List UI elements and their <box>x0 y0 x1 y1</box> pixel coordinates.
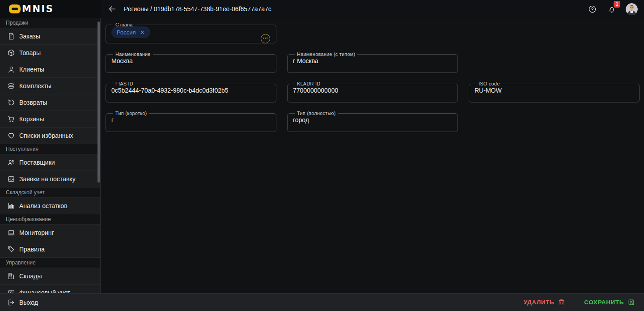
kladr-id-field[interactable]: KLADR ID 7700000000000 <box>287 81 458 102</box>
form-row-ids: FIAS ID 0c5b2444-70a0-4932-980c-b4dc0d3f… <box>106 81 640 102</box>
sidebar-section-warehouse-accounting: Складской учет <box>0 187 100 198</box>
sidebar-item-returns[interactable]: Возвраты <box>0 94 100 111</box>
fias-id-label: FIAS ID <box>113 81 136 86</box>
type-short-label: Тип (коротко) <box>113 111 149 116</box>
avatar-image <box>626 3 638 15</box>
header: MNIS Регионы / 019db178-5547-738b-91ee-0… <box>0 0 644 18</box>
bar-chart-icon <box>7 202 15 210</box>
monitor-icon <box>7 229 15 237</box>
logout-button[interactable]: Выход <box>0 298 101 307</box>
sidebar-item-orders[interactable]: Заказы <box>0 28 100 45</box>
heart-icon <box>7 132 15 140</box>
sidebar-item-bundles[interactable]: Комплекты <box>0 78 100 94</box>
people-icon <box>7 158 15 166</box>
omnis-logo[interactable]: MNIS <box>9 4 54 14</box>
chip-remove-icon[interactable]: ✕ <box>140 30 145 35</box>
form-row-types: Тип (коротко) г Тип (полностью) город <box>106 111 640 132</box>
person-icon <box>7 65 15 73</box>
delete-button[interactable]: УДАЛИТЬ <box>524 298 566 306</box>
fias-id-field[interactable]: FIAS ID 0c5b2444-70a0-4932-980c-b4dc0d3f… <box>106 81 276 102</box>
warehouse-icon <box>7 272 15 280</box>
logo-o-icon <box>9 4 21 13</box>
logo-text: MNIS <box>22 4 54 14</box>
sidebar-item-supply-requests[interactable]: Заявки на поставку <box>0 171 100 187</box>
money-icon <box>7 289 15 293</box>
iso-code-label: ISO code <box>476 81 502 86</box>
delete-label: УДАЛИТЬ <box>524 299 555 306</box>
cart-icon <box>7 115 15 123</box>
notification-badge: 1 <box>614 1 620 8</box>
sidebar-item-carts[interactable]: Корзины <box>0 111 100 128</box>
form-row-names: Наименование Москва Наименование (с типо… <box>106 51 640 73</box>
type-full-value: город <box>293 116 452 124</box>
document-icon <box>7 32 15 40</box>
sidebar-section-sales: Продажи <box>0 18 100 28</box>
kladr-id-value: 7700000000000 <box>293 87 452 94</box>
sidebar-item-stock-analysis[interactable]: Анализ остатков <box>0 198 100 214</box>
sidebar-item-warehouses[interactable]: Склады <box>0 268 100 285</box>
fias-id-value: 0c5b2444-70a0-4932-980c-b4dc0d3f02b5 <box>111 87 271 94</box>
type-short-value: г <box>111 116 271 124</box>
trash-icon <box>558 298 565 306</box>
topbar: Регионы / 019db178-5547-738b-91ee-06f657… <box>101 0 644 18</box>
country-more-button[interactable]: ⋯ <box>261 34 270 43</box>
sidebar: Продажи Заказы Товары Клиенты Комплекты … <box>0 18 101 293</box>
footer-actions: УДАЛИТЬ СОХРАНИТЬ <box>524 298 644 306</box>
logo-area: MNIS <box>0 0 101 18</box>
layers-icon <box>7 82 15 90</box>
sidebar-item-financial-accounting[interactable]: Финансовый учет <box>0 285 100 293</box>
name-field[interactable]: Наименование Москва <box>106 51 276 73</box>
back-button[interactable] <box>106 3 119 15</box>
iso-code-value: RU-MOW <box>475 87 634 94</box>
sidebar-section-pricing: Ценообразование <box>0 214 100 225</box>
help-button[interactable] <box>586 3 598 15</box>
refresh-icon <box>7 98 15 107</box>
sidebar-item-clients[interactable]: Клиенты <box>0 61 100 78</box>
name-with-type-value: г Москва <box>293 57 452 64</box>
package-icon <box>7 49 15 57</box>
sidebar-item-suppliers[interactable]: Поставщики <box>0 154 100 171</box>
country-chip-label: Россия <box>117 29 136 36</box>
sidebar-section-management: Управление <box>0 258 100 268</box>
footer: Выход УДАЛИТЬ СОХРАНИТЬ <box>0 293 644 311</box>
sidebar-section-inbound: Поступления <box>0 144 100 154</box>
sidebar-scrollbar[interactable] <box>97 21 100 183</box>
save-icon <box>627 298 635 306</box>
type-full-label: Тип (полностью) <box>295 111 338 116</box>
back-arrow-icon <box>108 4 117 13</box>
notifications-button[interactable]: 1 <box>606 3 618 15</box>
kladr-id-label: KLADR ID <box>295 81 322 86</box>
name-value: Москва <box>111 57 271 64</box>
sidebar-item-rules[interactable]: Правила <box>0 241 100 258</box>
logout-icon <box>7 298 15 307</box>
sidebar-item-wishlists[interactable]: Списки избранных <box>0 128 100 144</box>
name-with-type-label: Наименование (с типом) <box>295 51 357 57</box>
app-window: MNIS Регионы / 019db178-5547-738b-91ee-0… <box>0 0 644 311</box>
sidebar-item-products[interactable]: Товары <box>0 45 100 61</box>
inbox-icon <box>7 175 15 183</box>
country-chip[interactable]: Россия ✕ <box>111 26 150 38</box>
form-row-country: Страна Россия ✕ ⋯ <box>106 22 640 43</box>
region-form: Страна Россия ✕ ⋯ Наименование Москва <box>101 18 644 293</box>
content: Продажи Заказы Товары Клиенты Комплекты … <box>0 18 644 293</box>
type-full-field[interactable]: Тип (полностью) город <box>287 111 458 132</box>
help-icon <box>588 5 597 13</box>
tag-icon <box>7 245 15 253</box>
name-with-type-field[interactable]: Наименование (с типом) г Москва <box>287 51 458 73</box>
country-field[interactable]: Страна Россия ✕ ⋯ <box>106 22 276 43</box>
iso-code-field[interactable]: ISO code RU-MOW <box>469 81 640 102</box>
save-button[interactable]: СОХРАНИТЬ <box>584 298 635 306</box>
breadcrumb: Регионы / 019db178-5547-738b-91ee-06f657… <box>124 5 271 13</box>
logout-label: Выход <box>19 299 38 306</box>
topbar-right: 1 <box>586 3 638 15</box>
avatar[interactable] <box>626 3 638 15</box>
save-label: СОХРАНИТЬ <box>584 299 624 306</box>
sidebar-item-monitoring[interactable]: Мониторинг <box>0 225 100 241</box>
name-label: Наименование <box>113 51 153 57</box>
type-short-field[interactable]: Тип (коротко) г <box>106 111 276 132</box>
